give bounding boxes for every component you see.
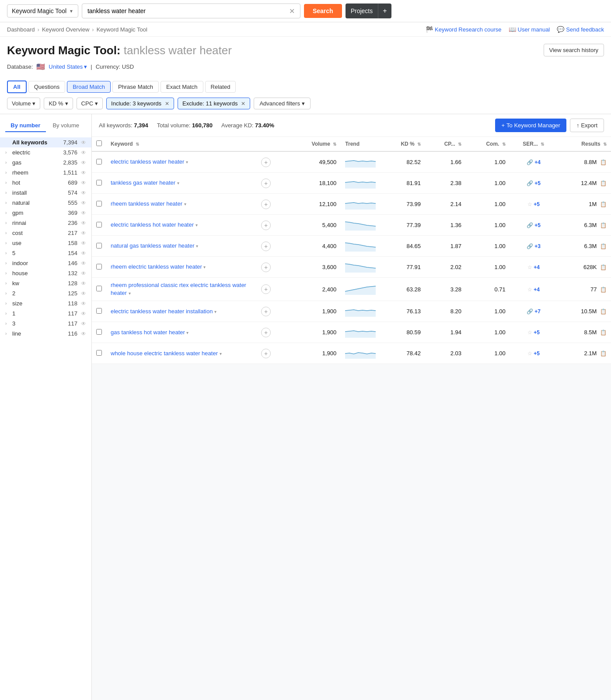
sidebar-item-5[interactable]: › 5 154 👁 bbox=[0, 248, 91, 258]
copy-icon[interactable]: 📋 bbox=[600, 350, 607, 357]
eye-icon[interactable]: 👁 bbox=[81, 220, 86, 226]
sidebar-item-all[interactable]: All keywords 7,394 👁 bbox=[0, 137, 91, 147]
ser-plus-label[interactable]: +4 bbox=[534, 159, 541, 165]
export-button[interactable]: ↑ Export bbox=[570, 119, 604, 132]
keyword-link[interactable]: electric tankless hot water heater bbox=[111, 221, 194, 228]
sidebar-item-hot[interactable]: › hot 689 👁 bbox=[0, 178, 91, 188]
ser-plus-label[interactable]: +5 bbox=[534, 180, 541, 186]
eye-icon[interactable]: 👁 bbox=[81, 240, 86, 246]
search-input[interactable] bbox=[86, 4, 287, 18]
sidebar-item-size[interactable]: › size 118 👁 bbox=[0, 298, 91, 308]
ser-sort-icon[interactable]: ⇅ bbox=[541, 142, 544, 147]
send-feedback-link[interactable]: 💬 Send feedback bbox=[557, 26, 604, 33]
sidebar-item-3[interactable]: › 3 117 👁 bbox=[0, 318, 91, 329]
add-keyword-button[interactable]: + bbox=[261, 178, 271, 188]
sidebar-tab-by-number[interactable]: By number bbox=[5, 119, 46, 132]
row-checkbox[interactable] bbox=[96, 180, 102, 186]
kw-expand-icon[interactable]: ▾ bbox=[186, 160, 188, 164]
kw-expand-icon[interactable]: ▾ bbox=[186, 330, 189, 335]
eye-icon[interactable]: 👁 bbox=[81, 190, 86, 196]
ser-plus-label[interactable]: +5 bbox=[534, 329, 540, 336]
database-link[interactable]: United States ▾ bbox=[49, 63, 87, 70]
add-keyword-button[interactable]: + bbox=[261, 328, 271, 337]
exclude-clear-icon[interactable]: ✕ bbox=[241, 101, 245, 107]
add-keyword-button[interactable]: + bbox=[261, 158, 271, 167]
results-sort-icon[interactable]: ⇅ bbox=[603, 142, 607, 147]
include-clear-icon[interactable]: ✕ bbox=[165, 101, 169, 107]
cpc-sort-icon[interactable]: ⇅ bbox=[458, 142, 461, 147]
ser-plus-label[interactable]: +4 bbox=[534, 287, 540, 293]
row-checkbox[interactable] bbox=[96, 264, 102, 270]
kw-expand-icon[interactable]: ▾ bbox=[196, 223, 198, 228]
ser-plus-label[interactable]: +3 bbox=[534, 243, 541, 249]
volume-filter[interactable]: Volume ▾ bbox=[7, 98, 40, 109]
ser-plus-label[interactable]: +7 bbox=[534, 308, 541, 315]
sidebar-tab-by-volume[interactable]: By volume bbox=[46, 119, 87, 132]
eye-icon[interactable]: 👁 bbox=[81, 280, 86, 287]
keyword-link[interactable]: rheem electric tankless water heater bbox=[111, 263, 202, 270]
eye-icon[interactable]: 👁 bbox=[81, 290, 86, 297]
kw-expand-icon[interactable]: ▾ bbox=[203, 265, 206, 270]
kw-expand-icon[interactable]: ▾ bbox=[214, 309, 216, 314]
sidebar-item-1[interactable]: › 1 117 👁 bbox=[0, 308, 91, 318]
keyword-link[interactable]: gas tankless hot water heater bbox=[111, 329, 185, 336]
tool-selector[interactable]: Keyword Magic Tool ▼ bbox=[7, 4, 78, 18]
eye-icon[interactable]: 👁 bbox=[81, 260, 86, 266]
add-keyword-button[interactable]: + bbox=[261, 307, 271, 316]
eye-icon[interactable]: 👁 bbox=[81, 210, 86, 216]
row-checkbox[interactable] bbox=[96, 329, 102, 335]
row-checkbox[interactable] bbox=[96, 243, 102, 248]
breadcrumb-kmt[interactable]: Keyword Magic Tool bbox=[97, 26, 147, 33]
breadcrumb-kw-overview[interactable]: Keyword Overview bbox=[42, 26, 89, 33]
tab-phrase-match[interactable]: Phrase Match bbox=[112, 81, 159, 93]
eye-icon[interactable]: 👁 bbox=[81, 270, 86, 276]
view-history-button[interactable]: View search history bbox=[544, 44, 604, 56]
kw-expand-icon[interactable]: ▾ bbox=[220, 351, 222, 356]
to-keyword-manager-button[interactable]: + To Keyword Manager bbox=[495, 119, 566, 132]
copy-icon[interactable]: 📋 bbox=[600, 287, 607, 293]
row-checkbox[interactable] bbox=[96, 222, 102, 228]
vol-sort-icon[interactable]: ⇅ bbox=[333, 142, 336, 147]
copy-icon[interactable]: 📋 bbox=[600, 264, 607, 270]
all-eye-icon[interactable]: 👁 bbox=[81, 140, 86, 146]
projects-button[interactable]: Projects + bbox=[346, 4, 391, 18]
eye-icon[interactable]: 👁 bbox=[81, 311, 86, 317]
user-manual-link[interactable]: 📖 User manual bbox=[509, 26, 550, 33]
sidebar-item-use[interactable]: › use 158 👁 bbox=[0, 238, 91, 248]
keyword-link[interactable]: tankless gas water heater bbox=[111, 179, 175, 186]
row-checkbox[interactable] bbox=[96, 159, 102, 164]
tab-related[interactable]: Related bbox=[205, 81, 236, 93]
eye-icon[interactable]: 👁 bbox=[81, 301, 86, 307]
sidebar-item-kw[interactable]: › kw 128 👁 bbox=[0, 278, 91, 288]
kw-expand-icon[interactable]: ▾ bbox=[177, 181, 179, 186]
eye-icon[interactable]: 👁 bbox=[81, 250, 86, 256]
row-checkbox[interactable] bbox=[96, 350, 102, 356]
sidebar-item-rinnai[interactable]: › rinnai 236 👁 bbox=[0, 218, 91, 228]
ser-plus-label[interactable]: +5 bbox=[534, 350, 540, 357]
add-keyword-button[interactable]: + bbox=[261, 242, 271, 251]
keyword-link[interactable]: electric tankless water heater bbox=[111, 158, 184, 165]
cpc-filter[interactable]: CPC ▾ bbox=[77, 98, 103, 109]
projects-plus-icon[interactable]: + bbox=[378, 4, 391, 18]
sidebar-item-line[interactable]: › line 116 👁 bbox=[0, 329, 91, 339]
add-keyword-button[interactable]: + bbox=[261, 262, 271, 272]
breadcrumb-dashboard[interactable]: Dashboard bbox=[7, 26, 35, 33]
sidebar-item-gas[interactable]: › gas 2,835 👁 bbox=[0, 158, 91, 168]
add-keyword-button[interactable]: + bbox=[261, 200, 271, 209]
com-sort-icon[interactable]: ⇅ bbox=[502, 142, 506, 147]
eye-icon[interactable]: 👁 bbox=[81, 230, 86, 236]
tab-broad-match[interactable]: Broad Match bbox=[67, 81, 111, 93]
kw-expand-icon[interactable]: ▾ bbox=[184, 202, 186, 206]
add-keyword-button[interactable]: + bbox=[261, 349, 271, 358]
sidebar-item-natural[interactable]: › natural 555 👁 bbox=[0, 198, 91, 208]
keyword-link[interactable]: rheem tankless water heater bbox=[111, 200, 182, 207]
sidebar-item-house[interactable]: › house 132 👁 bbox=[0, 268, 91, 278]
kw-expand-icon[interactable]: ▾ bbox=[129, 291, 131, 296]
keyword-link[interactable]: whole house electric tankless water heat… bbox=[111, 350, 218, 357]
clear-icon[interactable]: ✕ bbox=[287, 6, 297, 16]
search-button[interactable]: Search bbox=[304, 4, 342, 18]
kw-research-link[interactable]: 🏁 Keyword Research course bbox=[426, 26, 501, 33]
copy-icon[interactable]: 📋 bbox=[600, 308, 607, 315]
sidebar-item-gpm[interactable]: › gpm 369 👁 bbox=[0, 208, 91, 218]
kd-sort-icon[interactable]: ⇅ bbox=[417, 142, 421, 147]
